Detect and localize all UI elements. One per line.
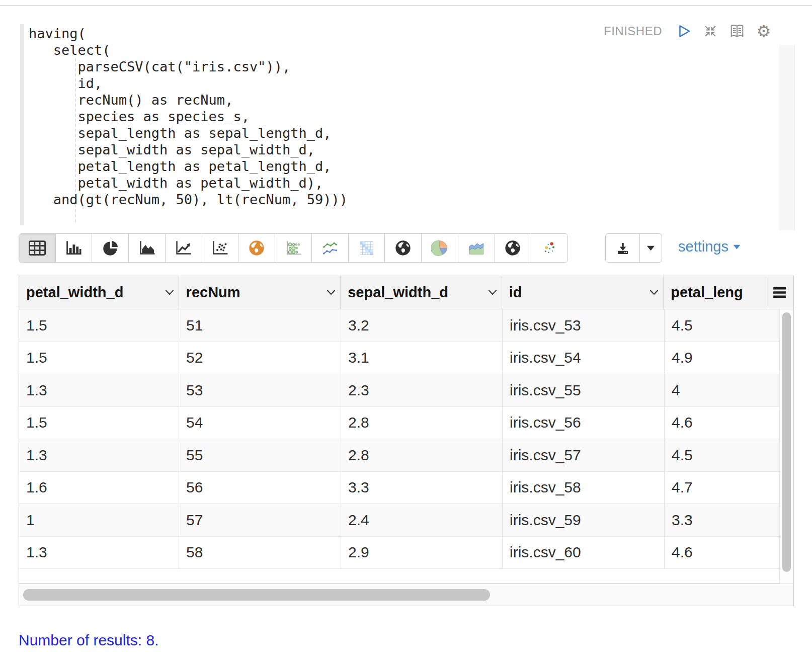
settings-caret-icon bbox=[733, 244, 741, 250]
cell: 51 bbox=[179, 309, 341, 342]
visualization-toolbar: settings bbox=[19, 233, 794, 263]
chart-btn-area-colored[interactable] bbox=[458, 234, 495, 262]
cell: 1.5 bbox=[19, 342, 179, 375]
column-header-recnum[interactable]: recNum bbox=[179, 276, 341, 309]
area-colored-icon bbox=[468, 240, 485, 256]
caret-down-icon bbox=[646, 245, 655, 251]
settings-label: settings bbox=[678, 238, 728, 255]
cell: 3.3 bbox=[665, 504, 780, 537]
column-header-id[interactable]: id bbox=[502, 276, 664, 309]
area-chart-icon bbox=[139, 240, 155, 256]
cell: 2.3 bbox=[341, 374, 503, 407]
settings-toggle[interactable]: settings bbox=[678, 238, 741, 255]
cell: 4.5 bbox=[665, 309, 780, 342]
table-row[interactable]: 1.5 51 3.2 iris.csv_53 4.5 bbox=[19, 309, 780, 342]
bar-chart-icon bbox=[65, 240, 82, 256]
cell: 3.1 bbox=[341, 342, 503, 375]
table-row[interactable]: 1.3 58 2.9 iris.csv_60 4.6 bbox=[19, 537, 780, 569]
chart-btn-pie-colored[interactable] bbox=[422, 234, 458, 262]
chevron-down-icon[interactable] bbox=[326, 289, 336, 296]
cell: 1.5 bbox=[19, 407, 179, 440]
chart-btn-bar[interactable] bbox=[56, 234, 93, 262]
column-header-petal-width[interactable]: petal_width_d bbox=[19, 276, 179, 309]
chart-btn-scatter[interactable] bbox=[202, 234, 239, 262]
chart-btn-multiline[interactable] bbox=[312, 234, 349, 262]
paragraph-controls: FINISHED ⚙ bbox=[604, 23, 772, 39]
chevron-down-icon[interactable] bbox=[488, 289, 498, 296]
scatter-chart-icon bbox=[212, 240, 228, 256]
cell: 53 bbox=[179, 374, 341, 407]
cell: 1.6 bbox=[19, 472, 179, 505]
chart-btn-pie[interactable] bbox=[92, 234, 129, 262]
cell: 4.7 bbox=[665, 472, 780, 505]
table-header: petal_width_d recNum sepal_width_d id pe… bbox=[19, 276, 793, 309]
cell: 4.6 bbox=[665, 537, 780, 569]
table-row[interactable]: 1.3 55 2.8 iris.csv_57 4.5 bbox=[19, 439, 780, 472]
cell: 52 bbox=[179, 342, 341, 375]
table-row[interactable]: 1 57 2.4 iris.csv_59 3.3 bbox=[19, 504, 780, 537]
cell: iris.csv_57 bbox=[503, 439, 665, 472]
table-menu-button[interactable] bbox=[765, 276, 793, 309]
paragraph-settings-button[interactable]: ⚙ bbox=[756, 23, 772, 39]
chart-btn-globe-dark-2[interactable] bbox=[495, 234, 532, 262]
book-icon bbox=[729, 24, 745, 39]
cell: 57 bbox=[179, 504, 341, 537]
table-row[interactable]: 1.5 52 3.1 iris.csv_54 4.9 bbox=[19, 342, 780, 375]
cell: iris.csv_56 bbox=[503, 407, 665, 440]
chart-btn-map-orange[interactable] bbox=[238, 234, 275, 262]
hamburger-menu-icon bbox=[772, 286, 787, 299]
table-row[interactable]: 1.6 56 3.3 iris.csv_58 4.7 bbox=[19, 472, 780, 505]
cell: 1.3 bbox=[19, 537, 179, 569]
chart-btn-scatter-colored[interactable] bbox=[531, 234, 567, 262]
chart-type-group bbox=[19, 233, 568, 263]
chart-btn-table[interactable] bbox=[19, 234, 56, 262]
pie-chart-icon bbox=[103, 240, 118, 256]
column-header-sepal-width[interactable]: sepal_width_d bbox=[341, 276, 502, 309]
cell: 4.9 bbox=[665, 342, 780, 375]
cell: iris.csv_60 bbox=[503, 537, 665, 569]
multi-line-chart-icon bbox=[321, 240, 339, 256]
pie-colored-icon bbox=[431, 240, 448, 257]
cell: iris.csv_54 bbox=[503, 342, 665, 375]
chevron-down-icon[interactable] bbox=[165, 289, 175, 296]
download-button-group bbox=[605, 233, 662, 263]
run-button[interactable] bbox=[676, 23, 692, 39]
chart-btn-area[interactable] bbox=[129, 234, 166, 262]
paragraph-divider bbox=[0, 5, 812, 6]
chart-btn-line[interactable] bbox=[166, 234, 202, 262]
vertical-scrollbar-thumb[interactable] bbox=[782, 312, 791, 572]
cell: iris.csv_58 bbox=[503, 472, 665, 505]
cell: 2.8 bbox=[341, 439, 503, 472]
code-editor[interactable]: having( select( parseCSV(cat("iris.csv")… bbox=[20, 24, 760, 226]
horizontal-scrollbar-track[interactable] bbox=[19, 584, 793, 606]
cell: iris.csv_59 bbox=[503, 504, 665, 537]
cell: 1.3 bbox=[19, 374, 179, 407]
cell: 3.3 bbox=[341, 472, 503, 505]
cell: 55 bbox=[179, 439, 341, 472]
download-button[interactable] bbox=[606, 234, 640, 262]
cell: 58 bbox=[179, 537, 341, 569]
bubble-chart-icon bbox=[285, 240, 302, 256]
chart-btn-globe-dark[interactable] bbox=[385, 234, 422, 262]
editor-gutter bbox=[20, 24, 24, 225]
chart-btn-heatmap[interactable] bbox=[349, 234, 385, 262]
horizontal-scrollbar-thumb[interactable] bbox=[23, 589, 490, 601]
chart-btn-bubble[interactable] bbox=[275, 234, 312, 262]
cell: 1.3 bbox=[19, 439, 179, 472]
collapse-button[interactable] bbox=[702, 23, 718, 39]
gear-icon: ⚙ bbox=[757, 23, 771, 39]
table-row[interactable]: 1.3 53 2.3 iris.csv_55 4 bbox=[19, 374, 780, 407]
download-menu-button[interactable] bbox=[640, 234, 662, 262]
table-row[interactable]: 1.5 54 2.8 iris.csv_56 4.6 bbox=[19, 407, 780, 440]
show-editor-button[interactable] bbox=[729, 23, 745, 39]
column-header-petal-length[interactable]: petal_leng bbox=[664, 276, 765, 309]
cell: 4.5 bbox=[665, 439, 780, 472]
query-code[interactable]: having( select( parseCSV(cat("iris.csv")… bbox=[29, 25, 348, 208]
cell: 2.9 bbox=[341, 537, 503, 569]
vertical-scrollbar-track[interactable] bbox=[779, 309, 793, 584]
cell: 56 bbox=[179, 472, 341, 505]
cell: 1 bbox=[19, 504, 179, 537]
download-icon bbox=[615, 241, 630, 255]
chevron-down-icon[interactable] bbox=[649, 289, 659, 296]
editor-scrollbar[interactable] bbox=[780, 45, 795, 230]
